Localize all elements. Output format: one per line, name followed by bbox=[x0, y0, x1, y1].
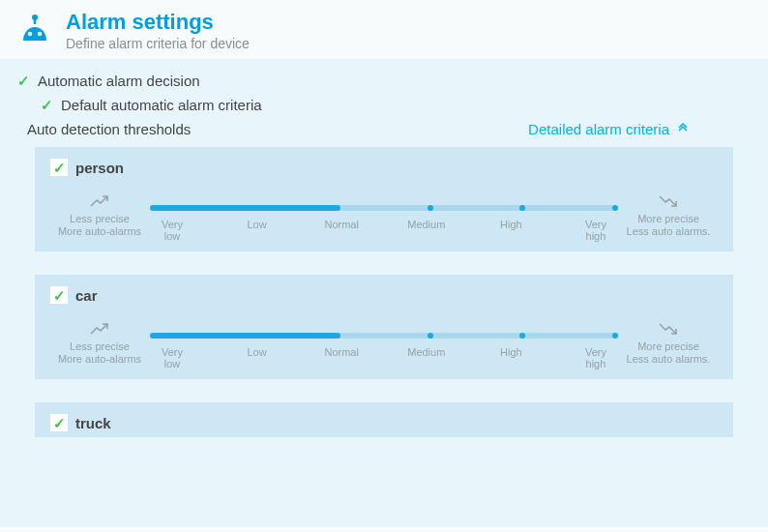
svg-point-2 bbox=[28, 32, 33, 37]
content-panel: ✓ Automatic alarm decision ✓ Default aut… bbox=[0, 59, 768, 527]
check-icon: ✓ bbox=[41, 98, 53, 112]
trend-up-icon bbox=[50, 319, 149, 339]
truck-checkbox[interactable]: ✓ bbox=[50, 414, 68, 431]
slider-ticks: Verylow Low Normal Medium High Veryhigh bbox=[153, 219, 615, 242]
default-criteria-row[interactable]: ✓ Default automatic alarm criteria bbox=[41, 97, 751, 113]
page-header: Alarm settings Define alarm criteria for… bbox=[0, 0, 768, 59]
trend-down-icon bbox=[619, 319, 718, 339]
check-icon: ✓ bbox=[17, 74, 30, 88]
person-threshold-slider[interactable] bbox=[153, 205, 615, 211]
chevron-up-icon bbox=[677, 123, 689, 136]
slider-endcap-left: Less precise More auto-alarms bbox=[50, 192, 149, 237]
detailed-criteria-label: Detailed alarm criteria bbox=[528, 121, 669, 137]
svg-rect-1 bbox=[34, 19, 36, 24]
slider-endcap-right: More precise Less auto alarms. bbox=[619, 319, 718, 365]
detailed-criteria-toggle[interactable]: Detailed alarm criteria bbox=[528, 121, 689, 137]
thresholds-section-label: Auto detection thresholds bbox=[27, 121, 191, 137]
trend-down-icon bbox=[619, 192, 718, 211]
threshold-card-car: ✓ car Less precise More auto-alarms bbox=[35, 275, 733, 379]
check-icon: ✓ bbox=[53, 416, 66, 430]
check-icon: ✓ bbox=[53, 288, 66, 303]
page-subtitle: Define alarm criteria for device bbox=[66, 36, 250, 51]
automatic-alarm-label: Automatic alarm decision bbox=[38, 73, 200, 89]
automatic-alarm-row[interactable]: ✓ Automatic alarm decision bbox=[17, 73, 751, 89]
slider-endcap-right: More precise Less auto alarms. bbox=[619, 192, 718, 237]
check-icon: ✓ bbox=[53, 161, 66, 175]
category-name: truck bbox=[75, 415, 111, 431]
slider-ticks: Verylow Low Normal Medium High Veryhigh bbox=[153, 346, 615, 369]
category-name: car bbox=[75, 287, 98, 304]
person-checkbox[interactable]: ✓ bbox=[50, 159, 68, 176]
threshold-card-truck: ✓ truck bbox=[35, 402, 733, 437]
category-name: person bbox=[75, 160, 124, 176]
svg-point-3 bbox=[38, 32, 43, 37]
default-criteria-label: Default automatic alarm criteria bbox=[61, 97, 262, 113]
page-title: Alarm settings bbox=[66, 10, 250, 35]
slider-endcap-left: Less precise More auto-alarms bbox=[50, 319, 149, 365]
car-checkbox[interactable]: ✓ bbox=[50, 286, 68, 304]
robot-icon bbox=[17, 12, 52, 46]
car-threshold-slider[interactable] bbox=[153, 333, 615, 339]
threshold-card-person: ✓ person Less precise More auto-alarms bbox=[35, 147, 733, 251]
trend-up-icon bbox=[50, 192, 149, 211]
